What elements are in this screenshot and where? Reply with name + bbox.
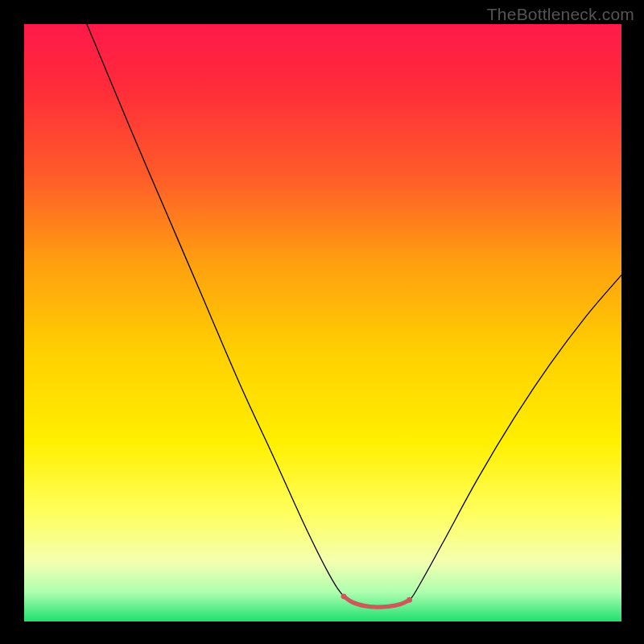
plot-background (24, 24, 621, 621)
chart-container: TheBottleneck.com (0, 0, 644, 644)
highlight-start-dot (341, 593, 347, 599)
watermark-text: TheBottleneck.com (487, 5, 634, 24)
highlight-end-dot (407, 597, 412, 603)
chart-svg (0, 0, 644, 644)
